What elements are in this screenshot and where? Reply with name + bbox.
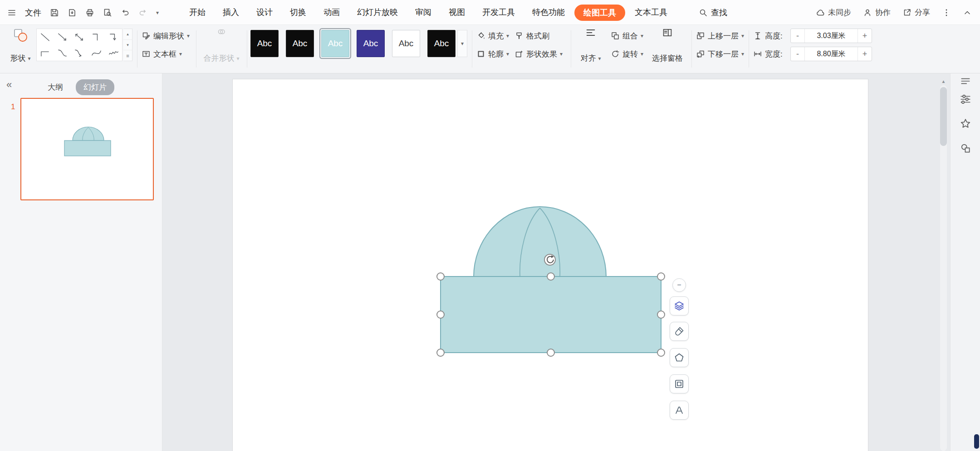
effects-star-icon[interactable] [960,118,971,131]
shape-line-icon[interactable] [37,29,54,45]
edit-shape-points-button[interactable] [670,348,689,367]
main-menu-icon[interactable] [7,8,16,17]
shape-arrow-line-icon[interactable] [54,29,71,45]
tab-text-tools[interactable]: 文本工具 [626,0,676,25]
tab-design[interactable]: 设计 [248,0,281,25]
shape-style-swatch-3-selected[interactable]: Abc [321,30,349,57]
shape-elbow-connector2-icon[interactable] [37,45,54,61]
handle-top-right[interactable] [657,273,665,280]
file-menu[interactable]: 文件 [25,7,41,18]
handle-bottom-center[interactable] [547,349,554,356]
shape-curved-arrow-connector-icon[interactable] [71,45,88,61]
text-style-button[interactable] [670,401,689,420]
shape-style-swatch-4[interactable]: Abc [357,30,385,57]
group-button[interactable]: 组合 ▾ [611,28,643,44]
selected-rectangle-shape[interactable] [441,276,661,353]
shape-elbow-connector-icon[interactable] [88,29,105,45]
width-increase-button[interactable]: + [858,47,872,61]
tab-dev-tools[interactable]: 开发工具 [474,0,524,25]
slides-tab[interactable]: 幻灯片 [76,79,114,95]
edit-shape-caret-icon: ▾ [187,33,190,39]
height-value[interactable]: 3.03厘米 [804,29,858,43]
handle-top-center[interactable] [547,273,554,280]
tab-insert[interactable]: 插入 [214,0,248,25]
tab-review[interactable]: 审阅 [407,0,440,25]
bring-forward-button[interactable]: 上移一层 ▾ [696,28,744,44]
more-menu-icon[interactable] [942,8,951,17]
shape-style-swatch-6[interactable]: Abc [427,30,456,57]
shape-style-swatch-1[interactable]: Abc [250,30,279,57]
print-icon[interactable] [85,8,94,17]
rotate-handle[interactable] [544,254,555,265]
undo-icon[interactable] [121,8,130,17]
tab-home[interactable]: 开始 [181,0,214,25]
text-format-icon [674,405,685,416]
share-button[interactable]: 分享 [902,7,930,18]
merge-shapes-caret-icon: ▾ [236,56,239,61]
handle-bottom-right[interactable] [657,349,665,356]
height-decrease-button[interactable]: - [791,29,804,43]
shape-effects-icon [514,49,524,58]
gallery-scroll-up-icon[interactable]: ▴ [123,29,132,40]
style-brush-button[interactable] [670,322,689,341]
handle-top-left[interactable] [437,273,444,280]
print-preview-icon[interactable] [103,8,112,17]
insert-shape-button[interactable]: 形状▾ [5,27,35,71]
search-button[interactable]: 查找 [699,0,727,25]
outline-tab[interactable]: 大纲 [48,82,63,92]
handle-mid-right[interactable] [657,311,665,318]
collaborate-button[interactable]: 协作 [863,7,891,18]
width-decrease-button[interactable]: - [791,47,804,61]
redo-icon[interactable] [138,8,147,17]
handle-mid-left[interactable] [437,311,444,318]
tab-transition[interactable]: 切换 [281,0,315,25]
gallery-more-icon[interactable]: ≡ [123,50,132,61]
gallery-scroll-down-icon[interactable]: ▾ [123,40,132,51]
export-icon[interactable] [68,8,77,17]
bring-forward-label: 上移一层 [708,31,739,41]
height-increase-button[interactable]: + [858,29,872,43]
shape-effects-button[interactable]: 形状效果 ▾ [514,46,563,62]
quickbar-dropdown-icon[interactable]: ▾ [156,10,159,15]
handle-bottom-left[interactable] [437,349,444,356]
rotate-button[interactable]: 旋转 ▾ [611,46,643,62]
format-painter-button[interactable]: 格式刷 [514,28,549,44]
shape-elbow-arrow-connector-icon[interactable] [105,29,122,45]
merge-shapes-icon [217,27,226,36]
slide-thumbnail[interactable] [20,98,154,200]
shape-style-swatch-5[interactable]: Abc [392,30,420,57]
width-value[interactable]: 8.80厘米 [804,47,858,61]
format-painter-label: 格式刷 [526,31,549,41]
shape-curve-icon[interactable] [88,45,105,61]
strip-scrollbar-thumb[interactable] [974,434,979,449]
align-button[interactable]: 对齐▾ [573,27,608,71]
tab-special-features[interactable]: 特色功能 [524,0,573,25]
shapes-panel-icon[interactable] [960,142,971,156]
collapse-ribbon-icon[interactable] [963,8,972,17]
tab-slideshow[interactable]: 幻灯片放映 [348,0,407,25]
edit-shape-button[interactable]: 编辑形状 ▾ [142,28,190,44]
fill-button[interactable]: 填充 ▾ [476,28,509,44]
collapse-float-toolbar-button[interactable]: − [672,278,686,292]
shape-scribble-icon[interactable] [105,45,122,61]
save-icon[interactable] [50,8,59,17]
object-properties-icon[interactable] [960,93,971,107]
crop-frame-button[interactable] [670,374,689,393]
outline-button[interactable]: 轮廓 ▾ [476,46,509,62]
dome-shape[interactable] [474,207,606,277]
scroll-up-arrow[interactable]: ▲ [940,77,947,85]
sync-status[interactable]: 未同步 [816,7,851,18]
tab-view[interactable]: 视图 [440,0,474,25]
strip-menu-icon[interactable] [960,75,971,89]
shape-style-swatch-2[interactable]: Abc [286,30,314,57]
send-backward-button[interactable]: 下移一层 ▾ [696,46,744,62]
tab-drawing-tools[interactable]: 绘图工具 [574,5,625,21]
tab-animation[interactable]: 动画 [315,0,348,25]
style-gallery-dropdown[interactable]: ▾ [457,30,467,57]
canvas-scrollbar-thumb[interactable] [940,87,947,146]
text-box-button[interactable]: 文本框 ▾ [142,46,182,62]
selection-pane-button[interactable]: 选择窗格 [646,27,689,71]
layer-options-button[interactable] [670,296,689,315]
shape-curved-connector-icon[interactable] [54,45,71,61]
shape-double-arrow-line-icon[interactable] [71,29,88,45]
